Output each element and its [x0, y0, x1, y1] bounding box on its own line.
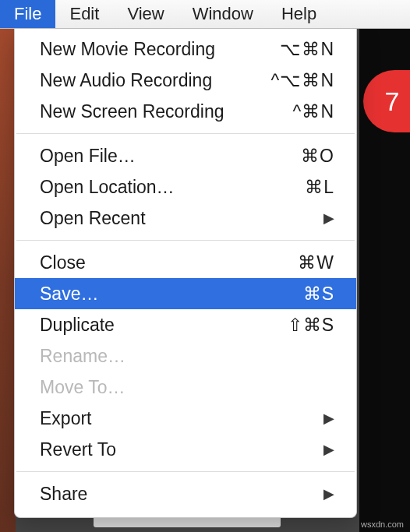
menubar-item-window[interactable]: Window: [178, 0, 267, 28]
menu-item-label: Open Location…: [40, 177, 175, 198]
menu-item-open-location[interactable]: Open Location…⌘L: [15, 171, 356, 203]
submenu-arrow-icon: ▶: [323, 410, 334, 427]
menu-item-share[interactable]: Share▶: [15, 478, 356, 509]
submenu-arrow-icon: ▶: [323, 441, 334, 458]
menu-item-label: Move To…: [40, 377, 125, 398]
menu-item-close[interactable]: Close⌘W: [15, 247, 356, 278]
menu-item-shortcut: ⌥⌘N: [280, 39, 334, 60]
menu-item-new-audio-recording[interactable]: New Audio Recording^⌥⌘N: [15, 65, 356, 96]
menubar: FileEditViewWindowHelp: [0, 0, 410, 29]
menu-item-open-file[interactable]: Open File…⌘O: [15, 140, 356, 171]
menubar-item-label: Window: [193, 4, 253, 24]
notification-badge-count: 7: [385, 86, 400, 117]
menu-item-label: Open Recent: [40, 208, 146, 229]
menu-separator: [16, 240, 355, 241]
menu-item-label: Duplicate: [40, 315, 115, 336]
menu-item-label: Revert To: [40, 439, 116, 460]
menu-item-duplicate[interactable]: Duplicate⇧⌘S: [15, 309, 356, 340]
menubar-item-label: View: [127, 4, 164, 24]
menu-item-shortcut: ⌘W: [298, 252, 334, 273]
menubar-item-label: File: [14, 4, 41, 24]
desktop-background-left: [0, 29, 16, 532]
menu-item-label: Close: [40, 252, 86, 273]
menu-item-shortcut: ⇧⌘S: [288, 315, 334, 336]
menu-item-new-screen-recording[interactable]: New Screen Recording^⌘N: [15, 96, 356, 127]
menu-item-save[interactable]: Save…⌘S: [15, 278, 356, 309]
file-menu: New Movie Recording⌥⌘NNew Audio Recordin…: [14, 29, 357, 518]
menu-item-shortcut: ⌘L: [305, 177, 334, 198]
menubar-item-label: Help: [281, 4, 316, 24]
menu-item-open-recent[interactable]: Open Recent▶: [15, 203, 356, 234]
menubar-item-label: Edit: [69, 4, 99, 24]
menubar-item-file[interactable]: File: [0, 0, 55, 28]
menu-item-new-movie-recording[interactable]: New Movie Recording⌥⌘N: [15, 33, 356, 65]
menu-item-label: New Movie Recording: [40, 39, 215, 60]
menu-item-export[interactable]: Export▶: [15, 403, 356, 434]
submenu-arrow-icon: ▶: [323, 485, 334, 502]
menu-item-label: Open File…: [40, 146, 136, 167]
menu-item-shortcut: ^⌘N: [293, 101, 334, 122]
menu-item-label: New Screen Recording: [40, 101, 224, 122]
menu-item-label: Export: [40, 408, 91, 429]
watermark: wsxdn.com: [361, 520, 404, 529]
submenu-arrow-icon: ▶: [323, 210, 334, 227]
menu-item-label: Save…: [40, 284, 98, 305]
menubar-item-help[interactable]: Help: [267, 0, 330, 28]
menu-item-shortcut: ⌘O: [301, 146, 334, 167]
menu-item-shortcut: ^⌥⌘N: [271, 70, 334, 91]
menubar-item-view[interactable]: View: [113, 0, 178, 28]
menubar-item-edit[interactable]: Edit: [55, 0, 113, 28]
menu-separator: [16, 133, 355, 134]
menu-item-label: New Audio Recording: [40, 70, 212, 91]
menu-item-label: Share: [40, 484, 87, 505]
menu-item-shortcut: ⌘S: [303, 284, 334, 305]
menu-item-rename: Rename…: [15, 340, 356, 372]
menu-item-label: Rename…: [40, 346, 125, 367]
menu-item-revert-to[interactable]: Revert To▶: [15, 434, 356, 465]
menu-item-move-to: Move To…: [15, 372, 356, 403]
menu-separator: [16, 471, 355, 472]
